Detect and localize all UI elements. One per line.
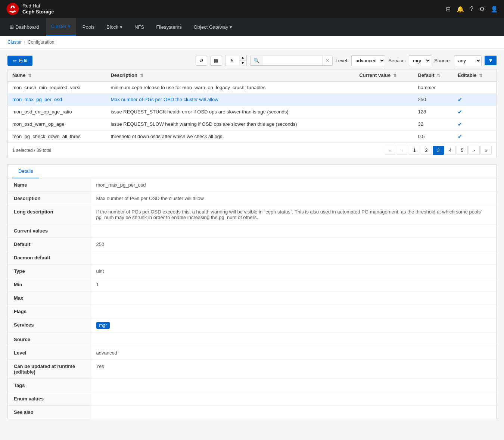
detail-value — [90, 406, 496, 419]
search-box: 🔍 ✕ — [250, 56, 333, 66]
page-3-button[interactable]: 3 — [433, 146, 444, 155]
cell-description: minimum ceph release to use for mon_warn… — [106, 81, 355, 94]
help-icon[interactable]: ? — [470, 6, 473, 12]
nav-cluster[interactable]: Cluster ▾ — [46, 18, 76, 36]
page-prev-button[interactable]: ‹ — [397, 146, 408, 155]
cell-current-value — [355, 118, 413, 131]
col-current-value[interactable]: Current value ⇅ — [355, 69, 413, 82]
detail-value: Max number of PGs per OSD the cluster wi… — [90, 192, 496, 205]
table-row[interactable]: mon_crush_min_required_versiminimum ceph… — [8, 81, 497, 94]
details-table: Namemon_max_pg_per_osdDescriptionMax num… — [8, 178, 496, 419]
detail-label: Tags — [8, 379, 90, 392]
search-input[interactable] — [263, 56, 323, 65]
detail-label: Type — [8, 265, 90, 278]
cell-name: mon_pg_check_down_all_thres — [8, 131, 106, 143]
breadcrumb-configuration: Configuration — [28, 40, 54, 45]
detail-row: Min1 — [8, 278, 496, 291]
brand-text: Red Hat Ceph Storage — [22, 3, 54, 15]
page-4-button[interactable]: 4 — [445, 146, 456, 155]
curval-sort-icon: ⇅ — [393, 73, 396, 78]
toolbar: ✏ Edit ↺ ▦ 5 ▲ ▼ 🔍 ✕ Level: advanced — [7, 55, 497, 66]
detail-value — [90, 224, 496, 238]
page-1-button[interactable]: 1 — [409, 146, 420, 155]
dashboard-icon: ⊞ — [10, 24, 14, 30]
table-row[interactable]: mon_osd_warn_op_ageissue REQUEST_SLOW he… — [8, 118, 497, 131]
service-badge: mgr — [96, 322, 110, 329]
search-button[interactable]: 🔍 — [250, 56, 263, 65]
tab-details[interactable]: Details — [12, 165, 39, 178]
grid-icon: ▦ — [214, 58, 218, 63]
refresh-button[interactable]: ↺ — [196, 56, 207, 66]
detail-row: Source — [8, 333, 496, 346]
detail-label: Default — [8, 238, 90, 251]
detail-value: advanced — [90, 346, 496, 360]
page-2-button[interactable]: 2 — [421, 146, 432, 155]
col-description[interactable]: Description ⇅ — [106, 69, 355, 82]
bell-icon[interactable]: 🔔 — [457, 6, 464, 13]
config-table-wrapper: Name ⇅ Description ⇅ Current value ⇅ Def… — [7, 69, 497, 143]
page-size-down[interactable]: ▼ — [239, 60, 246, 66]
top-bar-icons: ⊟ 🔔 ? ⚙ 👤 — [446, 6, 498, 13]
detail-value — [90, 392, 496, 406]
details-panel: Details Namemon_max_pg_per_osdDescriptio… — [7, 164, 497, 419]
user-icon[interactable]: 👤 — [491, 6, 498, 13]
source-select[interactable]: any default mon file — [454, 55, 482, 66]
detail-row: Flags — [8, 305, 496, 318]
table-header: Name ⇅ Description ⇅ Current value ⇅ Def… — [8, 69, 497, 82]
cell-name: mon_osd_err_op_age_ratio — [8, 106, 106, 118]
cell-name: mon_max_pg_per_osd — [8, 94, 106, 106]
redhat-logo — [6, 2, 19, 16]
detail-row: Tags — [8, 379, 496, 392]
page-5-button[interactable]: 5 — [457, 146, 468, 155]
check-icon: ✔ — [458, 134, 462, 140]
detail-row: Max — [8, 291, 496, 305]
detail-label: See also — [8, 406, 90, 419]
nav-nfs[interactable]: NFS — [129, 18, 149, 36]
detail-label: Daemon default — [8, 251, 90, 265]
detail-label: Min — [8, 278, 90, 291]
source-label: Source: — [434, 58, 451, 63]
config-table: Name ⇅ Description ⇅ Current value ⇅ Def… — [7, 69, 497, 143]
cell-default: hammer — [414, 81, 454, 94]
detail-label: Enum values — [8, 392, 90, 406]
page-size-up[interactable]: ▲ — [239, 55, 246, 60]
table-row[interactable]: mon_pg_check_down_all_thresthreshold of … — [8, 131, 497, 143]
detail-label: Name — [8, 178, 90, 192]
detail-label: Level — [8, 346, 90, 360]
cell-default: 128 — [414, 106, 454, 118]
page-first-button[interactable]: « — [385, 146, 396, 155]
detail-value: mgr — [90, 318, 496, 333]
nav-pools[interactable]: Pools — [77, 18, 100, 36]
breadcrumb-cluster[interactable]: Cluster — [7, 40, 22, 45]
detail-row: See also — [8, 406, 496, 419]
detail-row: Current values — [8, 224, 496, 238]
detail-value — [90, 379, 496, 392]
cluster-dropdown-icon: ▾ — [68, 24, 71, 29]
cell-editable: ✔ — [453, 118, 497, 131]
gear-icon[interactable]: ⚙ — [479, 6, 485, 13]
edit-button[interactable]: ✏ Edit — [7, 56, 32, 66]
nav-block[interactable]: Block ▾ — [101, 18, 128, 36]
page-last-button[interactable]: » — [480, 146, 492, 155]
nav-filesystems[interactable]: Filesystems — [151, 18, 187, 36]
level-select[interactable]: advanced basic dev — [351, 55, 385, 66]
detail-value: mon_max_pg_per_osd — [90, 178, 496, 192]
col-name[interactable]: Name ⇅ — [8, 69, 106, 82]
task-icon[interactable]: ⊟ — [446, 6, 451, 13]
page-size-input[interactable]: 5 — [225, 56, 239, 65]
page-next-button[interactable]: › — [469, 146, 480, 155]
detail-row: Typeuint — [8, 265, 496, 278]
col-editable[interactable]: Editable ⇅ — [453, 69, 497, 82]
table-row[interactable]: mon_max_pg_per_osdMax number of PGs per … — [8, 94, 497, 106]
grid-view-button[interactable]: ▦ — [210, 56, 222, 66]
detail-value: uint — [90, 265, 496, 278]
col-default[interactable]: Default ⇅ — [414, 69, 454, 82]
table-row[interactable]: mon_osd_err_op_age_ratioissue REQUEST_ST… — [8, 106, 497, 118]
service-select[interactable]: mgr all mon osd mds — [409, 55, 431, 66]
filter-button[interactable]: ▼ — [485, 56, 497, 65]
nav-object-gateway[interactable]: Object Gateway ▾ — [189, 18, 238, 36]
nav-dashboard[interactable]: ⊞ Dashboard — [4, 18, 44, 36]
name-sort-icon: ⇅ — [28, 73, 31, 78]
search-clear-button[interactable]: ✕ — [323, 56, 332, 65]
detail-value — [90, 291, 496, 305]
